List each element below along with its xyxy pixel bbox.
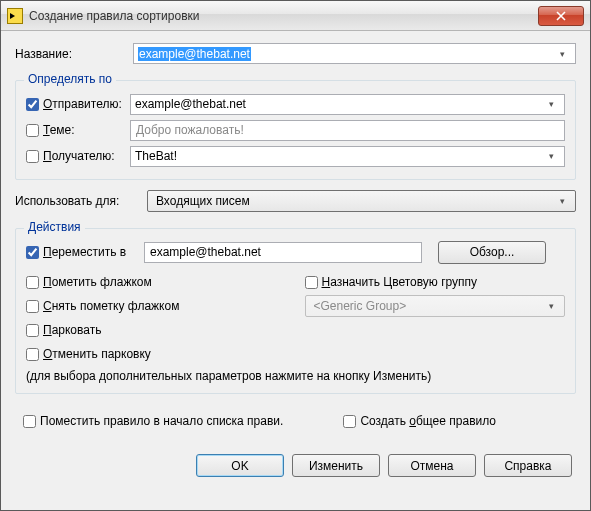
park-checkbox[interactable] xyxy=(26,324,39,337)
flag-checkbox-row: Пометить флажком xyxy=(26,271,287,293)
chevron-down-icon: ▾ xyxy=(554,49,571,59)
help-button[interactable]: Справка xyxy=(484,454,572,477)
name-row: Название: example@thebat.net ▾ xyxy=(15,43,576,64)
chevron-down-icon: ▾ xyxy=(543,151,560,161)
subject-label: Теме: xyxy=(43,123,75,137)
browse-button[interactable]: Обзор... xyxy=(438,241,546,264)
recipient-value: TheBat! xyxy=(135,149,543,163)
move-row: Переместить в example@thebat.net Обзор..… xyxy=(26,239,565,265)
unflag-label: Снять пометку флажком xyxy=(43,299,179,313)
shared-label: Создать общее правило xyxy=(360,414,496,428)
usefor-value: Входящих писем xyxy=(156,194,554,208)
unpark-checkbox[interactable] xyxy=(26,348,39,361)
recipient-checkbox[interactable] xyxy=(26,150,39,163)
flag-checkbox[interactable] xyxy=(26,276,39,289)
sender-combo[interactable]: example@thebat.net ▾ xyxy=(130,94,565,115)
recipient-row: Получателю: TheBat! ▾ xyxy=(26,143,565,169)
sender-checkbox[interactable] xyxy=(26,98,39,111)
edit-button[interactable]: Изменить xyxy=(292,454,380,477)
colorgroup-dropdown: <Generic Group> ▾ xyxy=(305,295,566,317)
usefor-dropdown[interactable]: Входящих писем ▾ xyxy=(147,190,576,212)
chevron-down-icon: ▾ xyxy=(554,196,571,206)
actions-legend: Действия xyxy=(24,220,85,234)
shared-row: Создать общее правило xyxy=(343,410,496,432)
colorgroup-value: <Generic Group> xyxy=(314,299,544,313)
detect-legend: Определять по xyxy=(24,72,116,86)
usefor-label: Использовать для: xyxy=(15,194,141,208)
actions-hint: (для выбора дополнительных параметров на… xyxy=(26,369,565,383)
move-checkbox[interactable] xyxy=(26,246,39,259)
dialog-body: Название: example@thebat.net ▾ Определят… xyxy=(1,31,590,510)
actions-group: Действия Переместить в example@thebat.ne… xyxy=(15,228,576,394)
unpark-label: Отменить парковку xyxy=(43,347,151,361)
subject-row: Теме: Добро пожаловать! xyxy=(26,117,565,143)
move-target-value: example@thebat.net xyxy=(150,245,261,259)
chevron-down-icon: ▾ xyxy=(543,99,560,109)
chevron-down-icon: ▾ xyxy=(543,301,560,311)
to-top-row: Поместить правило в начало списка прави. xyxy=(23,410,283,432)
actions-grid: Пометить флажком Назначить Цветовую груп… xyxy=(26,271,565,365)
sender-value: example@thebat.net xyxy=(135,97,543,111)
colorgroup-checkbox-row: Назначить Цветовую группу xyxy=(305,271,566,293)
flag-label: Пометить флажком xyxy=(43,275,152,289)
titlebar: Создание правила сортировки xyxy=(1,1,590,31)
to-top-checkbox[interactable] xyxy=(23,415,36,428)
subject-checkbox[interactable] xyxy=(26,124,39,137)
window-title: Создание правила сортировки xyxy=(29,9,538,23)
sender-row: Отправителю: example@thebat.net ▾ xyxy=(26,91,565,117)
shared-checkbox[interactable] xyxy=(343,415,356,428)
sender-label: Отправителю: xyxy=(43,97,122,111)
detect-group: Определять по Отправителю: example@theba… xyxy=(15,80,576,180)
subject-input[interactable]: Добро пожаловать! xyxy=(130,120,565,141)
close-icon xyxy=(556,11,566,21)
park-label: Парковать xyxy=(43,323,101,337)
colorgroup-label: Назначить Цветовую группу xyxy=(322,275,478,289)
ok-button[interactable]: OK xyxy=(196,454,284,477)
name-value: example@thebat.net xyxy=(138,47,251,61)
colorgroup-checkbox[interactable] xyxy=(305,276,318,289)
move-label: Переместить в xyxy=(43,245,126,259)
footer-checks: Поместить правило в начало списка прави.… xyxy=(15,404,576,432)
cancel-button[interactable]: Отмена xyxy=(388,454,476,477)
recipient-label: Получателю: xyxy=(43,149,115,163)
unflag-checkbox-row: Снять пометку флажком xyxy=(26,295,287,317)
window-close-button[interactable] xyxy=(538,6,584,26)
park-checkbox-row: Парковать xyxy=(26,319,287,341)
name-combo[interactable]: example@thebat.net ▾ xyxy=(133,43,576,64)
move-target-input[interactable]: example@thebat.net xyxy=(144,242,422,263)
unpark-checkbox-row: Отменить парковку xyxy=(26,343,287,365)
usefor-row: Использовать для: Входящих писем ▾ xyxy=(15,190,576,212)
recipient-combo[interactable]: TheBat! ▾ xyxy=(130,146,565,167)
subject-placeholder: Добро пожаловать! xyxy=(136,123,244,137)
app-icon xyxy=(7,8,23,24)
to-top-label: Поместить правило в начало списка прави. xyxy=(40,414,283,428)
name-label: Название: xyxy=(15,47,127,61)
button-row: OK Изменить Отмена Справка xyxy=(15,442,576,479)
unflag-checkbox[interactable] xyxy=(26,300,39,313)
dialog-window: Создание правила сортировки Название: ex… xyxy=(0,0,591,511)
